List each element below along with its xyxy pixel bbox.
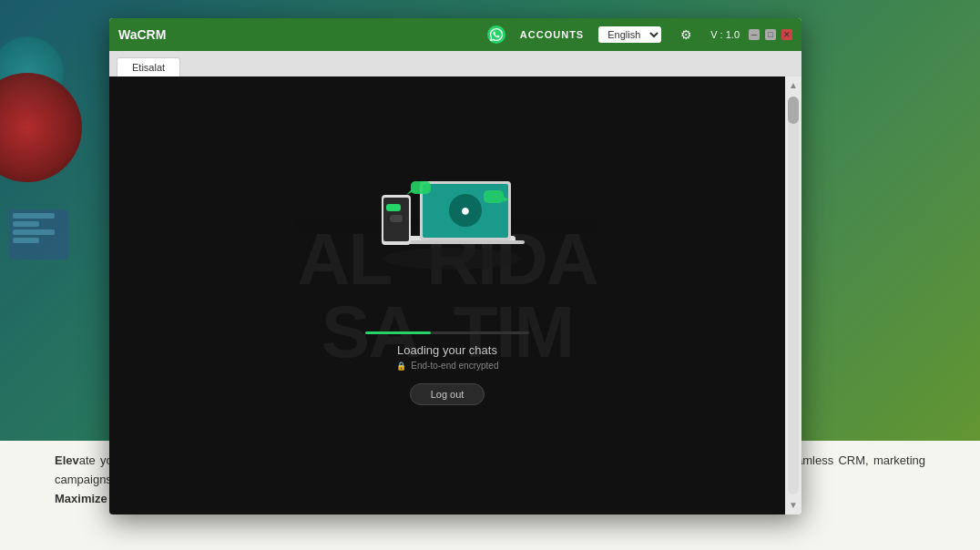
title-bar-left: WaCRM — [118, 27, 487, 42]
minimize-button[interactable]: ─ — [749, 29, 760, 40]
title-bar: WaCRM ACCOUNTS English Arabic French ⚙ V… — [109, 18, 801, 51]
maximize-button[interactable]: □ — [765, 29, 776, 40]
tab-bar: Etisalat — [109, 51, 801, 76]
app-window: WaCRM ACCOUNTS English Arabic French ⚙ V… — [109, 18, 801, 514]
loading-bar-fill — [365, 331, 431, 334]
scroll-up-arrow[interactable]: ▲ — [789, 78, 798, 93]
loading-title: Loading your chats — [338, 343, 556, 357]
scroll-down-arrow[interactable]: ▼ — [789, 498, 798, 513]
version-label: V : 1.0 — [710, 29, 740, 40]
tab-etisalat[interactable]: Etisalat — [117, 57, 180, 76]
language-select[interactable]: English Arabic French — [598, 26, 661, 43]
settings-button[interactable]: ⚙ — [676, 25, 696, 45]
loading-encrypted: 🔒 End-to-end encrypted — [338, 361, 556, 371]
whatsapp-panel: AL RIDA SA TIM — [109, 76, 785, 514]
accounts-label: ACCOUNTS — [520, 29, 584, 40]
close-button[interactable]: ✕ — [781, 29, 792, 40]
svg-rect-9 — [386, 204, 401, 211]
red-circle-decoration — [0, 73, 82, 182]
whatsapp-illustration: ● — [356, 131, 538, 277]
whatsapp-icon — [487, 25, 505, 44]
svg-rect-2 — [397, 240, 525, 244]
app-title: WaCRM — [118, 27, 166, 42]
content-area: AL RIDA SA TIM — [109, 76, 801, 514]
title-bar-controls: ─ □ ✕ — [749, 29, 792, 40]
scroll-track[interactable] — [788, 97, 799, 494]
svg-text:●: ● — [461, 201, 471, 219]
scroll-thumb[interactable] — [788, 97, 799, 124]
logout-button[interactable]: Log out — [410, 383, 485, 405]
loading-bar-container — [365, 331, 529, 334]
svg-rect-10 — [390, 215, 403, 222]
svg-point-0 — [383, 248, 520, 270]
svg-rect-11 — [411, 181, 431, 194]
sidebar-widget-decoration — [9, 209, 68, 260]
lock-icon: 🔒 — [396, 362, 406, 371]
svg-rect-13 — [484, 190, 504, 203]
title-bar-center: ACCOUNTS English Arabic French ⚙ V : 1.0 — [487, 25, 740, 45]
scrollbar-panel: ▲ ▼ — [785, 76, 801, 514]
loading-section: Loading your chats 🔒 End-to-end encrypte… — [338, 331, 556, 405]
